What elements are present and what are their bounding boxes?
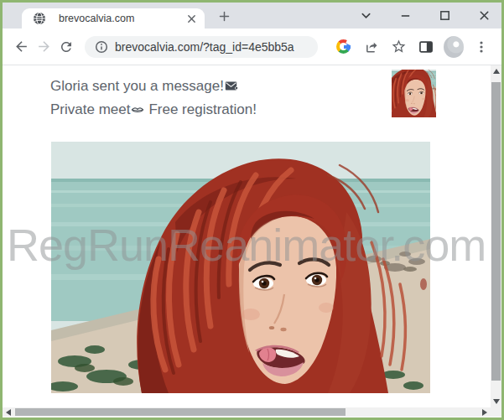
chevron-down-icon[interactable] [356, 6, 376, 26]
scroll-down-arrow-icon[interactable] [491, 396, 501, 407]
tab-close-icon[interactable] [184, 12, 198, 25]
tab-bar: brevocalvia.com [3, 3, 501, 29]
message-line2-suffix: Free registration! [148, 98, 257, 122]
scrollbar-corner [491, 407, 501, 417]
browser-tab[interactable]: brevocalvia.com [22, 8, 205, 29]
minimize-button[interactable] [395, 6, 415, 26]
profile-thumbnail-photo[interactable] [392, 70, 436, 117]
plus-icon [218, 10, 231, 23]
info-icon[interactable] [95, 40, 108, 54]
profile-avatar[interactable] [444, 37, 464, 57]
horizontal-scrollbar-thumb[interactable] [15, 408, 346, 416]
browser-window: brevocalvia.com [0, 0, 504, 420]
kiss-mark-icon [131, 105, 144, 115]
share-icon[interactable] [361, 37, 381, 57]
page-content: Gloria sent you a message! Private meet … [3, 65, 501, 417]
maximize-button[interactable] [434, 6, 455, 26]
watermark-text: RegRunReanimator.com [7, 219, 486, 271]
message-title: Gloria sent you a message! [50, 75, 224, 98]
love-letter-icon [225, 80, 239, 93]
toolbar-actions [333, 37, 491, 57]
push-message: Gloria sent you a message! Private meet … [50, 75, 257, 122]
scroll-left-arrow-icon[interactable] [3, 407, 14, 417]
url-text[interactable]: brevocalvia.com/?tag_id=4e5bb5a [115, 40, 308, 54]
menu-dots-icon[interactable] [471, 37, 491, 57]
close-window-button[interactable] [474, 6, 494, 26]
message-line-2[interactable]: Private meet Free registration! [50, 98, 257, 122]
globe-favicon-icon [33, 12, 46, 25]
message-line-1[interactable]: Gloria sent you a message! [50, 75, 257, 98]
google-logo-icon[interactable] [333, 37, 353, 57]
scroll-right-arrow-icon[interactable] [479, 407, 491, 417]
browser-toolbar: brevocalvia.com/?tag_id=4e5bb5a [3, 29, 501, 65]
forward-button[interactable] [34, 37, 54, 57]
reload-button[interactable] [56, 37, 76, 57]
back-button[interactable] [11, 37, 31, 57]
horizontal-scrollbar[interactable] [3, 407, 491, 417]
scroll-up-arrow-icon[interactable] [491, 65, 501, 77]
new-tab-button[interactable] [214, 6, 234, 26]
bookmark-star-icon[interactable] [388, 37, 408, 57]
vertical-scrollbar[interactable] [491, 65, 501, 407]
window-controls [356, 3, 494, 29]
tab-title: brevocalvia.com [59, 13, 184, 24]
address-bar[interactable]: brevocalvia.com/?tag_id=4e5bb5a [85, 36, 318, 58]
message-line2-prefix: Private meet [50, 98, 130, 122]
side-panel-icon[interactable] [416, 37, 436, 57]
vertical-scrollbar-thumb[interactable] [491, 82, 501, 381]
